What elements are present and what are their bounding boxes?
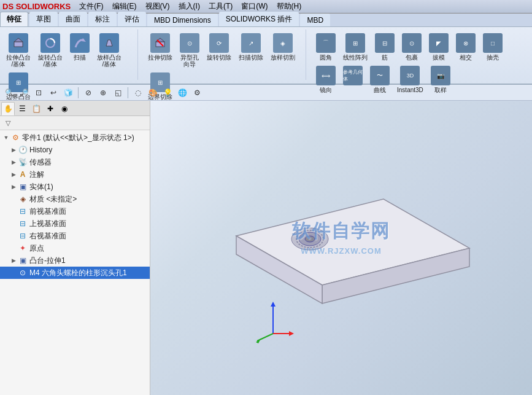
right-plane-expand-icon[interactable] [10, 232, 17, 240]
annotations-expand-icon[interactable]: ▶ [10, 171, 17, 178]
boss-extrude-button[interactable]: 拉伸凸台/基体 [4, 32, 33, 69]
menu-视图V[interactable]: 视图(V) [142, 1, 174, 12]
m4-hole-icon: ⊙ [17, 267, 28, 278]
edit-appear-button[interactable]: 🎨 [146, 86, 160, 100]
history-expand-icon[interactable]: ▶ [10, 146, 17, 154]
feat-tab-appearance[interactable]: ◉ [58, 102, 71, 115]
origin-expand-icon[interactable] [10, 244, 17, 252]
wrap-button[interactable]: ⊙ 包裹 [399, 32, 424, 62]
revolve-cut-button[interactable]: ⟳ 旋转切除 [204, 32, 234, 62]
sweep-label: 扫描 [74, 54, 86, 61]
boss-extrude1-expand-icon[interactable]: ▶ [10, 257, 17, 264]
material-expand-icon[interactable] [10, 195, 17, 203]
3d-model [187, 125, 494, 359]
ribbon-tab-MBD[interactable]: MBD [300, 14, 330, 26]
draft-button[interactable]: ◤ 拔模 [426, 32, 451, 62]
wrap-icon: ⊙ [402, 33, 422, 53]
linear-pattern-icon: ⊞ [345, 33, 365, 53]
lighting-button[interactable]: 💡 [161, 86, 174, 100]
curves-label: 曲线 [374, 87, 386, 93]
menu-插入I[interactable]: 插入(I) [175, 1, 204, 12]
instant3d-button[interactable]: 3D Instant3D [395, 65, 426, 95]
zoom-fit-button[interactable]: ⊡ [32, 86, 45, 100]
scene-button[interactable]: 🌐 [175, 86, 189, 100]
sensors-expand-icon[interactable]: ▶ [10, 158, 17, 166]
ribbon-group-features: ⌒ 圆角 ⊞ 线性阵列 ⊟ 筋 ⊙ 包裹 ◤ 拔模 [314, 29, 526, 80]
shell-button[interactable]: □ 抽壳 [480, 32, 505, 62]
main-area: ✋ ☰ 📋 ✚ ◉ ▽ ▼ ⚙ 零件1 (默认<<默认>_显示状态 1>) ▶ … [0, 101, 532, 395]
feat-tab-feature[interactable]: ☰ [15, 102, 29, 115]
ribbon-tab-曲面[interactable]: 曲面 [59, 12, 87, 26]
section-view-button[interactable]: ⊘ [82, 86, 95, 100]
m4-hole-expand-icon[interactable] [10, 269, 17, 276]
ribbon-group-boss: 拉伸凸台/基体 旋转凸台/基体 扫描 [4, 29, 138, 80]
display-style-button[interactable]: ◱ [111, 86, 125, 100]
menu-窗口W[interactable]: 窗口(W) [237, 1, 271, 12]
tree-item-right-plane[interactable]: ⊟ 右视基准面 [0, 230, 150, 242]
sweep-cut-button[interactable]: ↗ 扫描切除 [236, 32, 266, 62]
view-settings-button[interactable]: ⚙ [190, 86, 204, 100]
previous-view-button[interactable]: ↩ [47, 86, 60, 100]
svg-rect-0 [14, 42, 23, 47]
solid-expand-icon[interactable]: ▶ [10, 183, 17, 190]
rib-icon: ⊟ [375, 33, 395, 53]
mirror-icon: ⟺ [316, 66, 336, 85]
cut-extrude-button[interactable]: 拉伸切除 [145, 32, 175, 62]
loft-label: 放样凸台/基体 [97, 54, 121, 68]
root-expand-icon[interactable]: ▼ [2, 134, 10, 141]
front-plane-expand-icon[interactable] [10, 208, 17, 215]
zoom-area-button[interactable]: 🔎 [17, 86, 31, 100]
top-plane-expand-icon[interactable] [10, 220, 17, 227]
search-button[interactable]: 🔍 [2, 86, 16, 100]
ref-geom-button[interactable]: 参考几何体 [341, 65, 365, 88]
hide-show-button[interactable]: ◌ [131, 86, 145, 100]
filter-tool[interactable]: ▽ [2, 117, 13, 128]
ribbon-tab-SOLIDWORKS插件[interactable]: SOLIDWORKS 插件 [219, 12, 299, 26]
menu-帮助H[interactable]: 帮助(H) [273, 1, 306, 12]
ribbon-group-cut: 拉伸切除 ⊙ 异型孔向导 ⟳ 旋转切除 ↗ 扫描切除 ◈ 放样切割 [145, 29, 306, 80]
rib-button[interactable]: ⊟ 筋 [372, 32, 397, 62]
hole-wizard-button[interactable]: ⊙ 异型孔向导 [177, 32, 202, 69]
curves-button[interactable]: 〜 曲线 [368, 65, 392, 95]
feature-tab-bar: ✋ ☰ 📋 ✚ ◉ [0, 101, 150, 116]
tree-item-front-plane[interactable]: ⊟ 前视基准面 [0, 205, 150, 217]
intersect-button[interactable]: ⊗ 相交 [453, 32, 478, 62]
feat-tab-move[interactable]: ✋ [1, 102, 15, 115]
tree-item-origin[interactable]: ✦ 原点 [0, 242, 150, 254]
ribbon-tab-MBDDimensions[interactable]: MBD Dimensions [147, 14, 218, 26]
revolve-boss-button[interactable]: 旋转凸台/基体 [36, 32, 65, 69]
fillet-button[interactable]: ⌒ 圆角 [314, 32, 338, 62]
tree-item-material[interactable]: ◈ 材质 <未指定> [0, 193, 150, 205]
svg-marker-18 [289, 331, 294, 336]
loft-button[interactable]: 放样凸台/基体 [94, 32, 124, 69]
view3d-button[interactable]: 🧊 [61, 86, 75, 100]
tree-item-boss-extrude1[interactable]: ▶ ▣ 凸台-拉伸1 [0, 254, 150, 267]
feat-tab-property[interactable]: 📋 [29, 102, 43, 115]
intersect-icon: ⊗ [456, 33, 476, 53]
draft-icon: ◤ [429, 33, 449, 53]
ribbon-tab-特征[interactable]: 特征 [0, 12, 28, 26]
view-orient-button[interactable]: ⊕ [96, 86, 110, 100]
sweep-button[interactable]: 扫描 [67, 32, 92, 62]
menu-文件F[interactable]: 文件(F) [75, 1, 107, 12]
feat-tab-config[interactable]: ✚ [44, 102, 57, 115]
linear-pattern-button[interactable]: ⊞ 线性阵列 [341, 32, 370, 62]
viewport[interactable]: 软件自学网 WWW.RJZXW.COM [150, 101, 532, 395]
ribbon-tab-评估[interactable]: 评估 [118, 12, 146, 26]
ribbon-tab-草图[interactable]: 草图 [29, 12, 58, 26]
loft-cut-button[interactable]: ◈ 放样切割 [268, 32, 298, 62]
mirror-button[interactable]: ⟺ 镜向 [314, 65, 338, 95]
take-snapshot-icon: 📷 [431, 66, 450, 85]
tree-item-m4-hole[interactable]: ⊙ M4 六角头螺栓的柱形沉头孔1 [0, 267, 150, 279]
tree-item-solid[interactable]: ▶ ▣ 实体(1) [0, 181, 150, 193]
menu-工具T[interactable]: 工具(T) [205, 1, 236, 12]
origin-icon: ✦ [17, 243, 28, 254]
menu-编辑E[interactable]: 编辑(E) [109, 1, 141, 12]
tree-item-history[interactable]: ▶ 🕐 History [0, 144, 150, 156]
ribbon-tab-标注[interactable]: 标注 [88, 12, 117, 26]
tree-item-sensors[interactable]: ▶ 📡 传感器 [0, 156, 150, 168]
tree-root-item[interactable]: ▼ ⚙ 零件1 (默认<<默认>_显示状态 1>) [0, 131, 150, 144]
tree-item-top-plane[interactable]: ⊟ 上视基准面 [0, 217, 150, 230]
take-snapshot-button[interactable]: 📷 取样 [428, 65, 453, 95]
tree-item-annotations[interactable]: ▶ A 注解 [0, 168, 150, 181]
